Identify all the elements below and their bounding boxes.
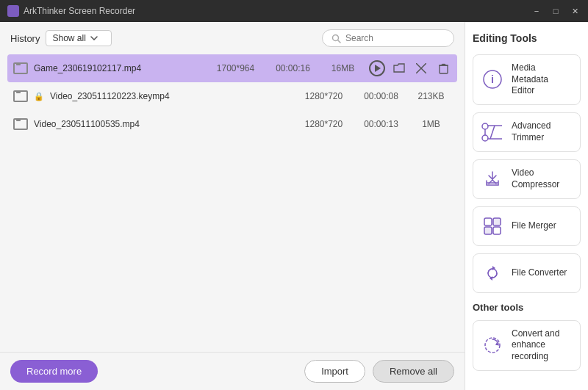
toolbar: History Show all — [0, 22, 465, 54]
svg-rect-21 — [484, 227, 492, 234]
svg-rect-18 — [484, 218, 492, 225]
app-title: ArkThinker Screen Recorder — [24, 6, 135, 16]
file-duration: 00:00:13 — [357, 119, 405, 129]
file-merger-icon — [481, 214, 504, 238]
chevron-down-icon — [90, 36, 98, 40]
file-size: 213KB — [411, 91, 451, 101]
file-converter-icon — [481, 261, 504, 285]
file-resolution: 1700*964 — [208, 63, 263, 73]
table-row[interactable]: Game_230619102117.mp41700*96400:00:1616M… — [7, 54, 457, 82]
tool-card-video-compressor[interactable]: Video Compressor — [473, 159, 581, 199]
main-layout: History Show all Game_230619102117.mp417… — [0, 22, 588, 390]
file-duration: 00:00:16 — [269, 63, 317, 73]
tool-card-convert-enhance[interactable]: Convert and enhance recording — [473, 320, 581, 371]
file-duration: 00:00:08 — [357, 91, 405, 101]
tool-card-file-converter[interactable]: File Converter — [473, 253, 581, 293]
tool-card-advanced-trimmer[interactable]: Advanced Trimmer — [473, 112, 581, 152]
file-icon — [13, 90, 28, 102]
search-input[interactable] — [345, 33, 445, 43]
media-metadata-icon: i — [481, 68, 504, 91]
file-size: 1MB — [411, 119, 451, 129]
close-button[interactable]: ✕ — [569, 5, 581, 17]
svg-point-12 — [482, 135, 488, 141]
editing-tools-title: Editing Tools — [473, 32, 581, 44]
file-list: Game_230619102117.mp41700*96400:00:1616M… — [0, 54, 465, 352]
svg-text:i: i — [491, 73, 494, 85]
app-icon — [7, 5, 19, 17]
record-more-button[interactable]: Record more — [10, 360, 98, 383]
maximize-button[interactable]: □ — [550, 5, 562, 17]
folder-icon — [393, 63, 405, 73]
delete-button[interactable] — [435, 60, 451, 76]
file-merger-label: File Merger — [512, 220, 556, 232]
history-label: History — [10, 33, 40, 44]
import-button[interactable]: Import — [304, 360, 365, 383]
svg-rect-19 — [493, 227, 501, 234]
file-icon — [13, 118, 28, 130]
title-bar: ArkThinker Screen Recorder − □ ✕ — [0, 0, 588, 22]
file-size: 16MB — [323, 63, 363, 73]
search-box — [322, 29, 454, 47]
bottom-bar: Record more Import Remove all — [0, 352, 465, 390]
title-controls: − □ ✕ — [531, 5, 581, 17]
table-row[interactable]: Video_230511100535.mp41280*72000:00:131M… — [7, 110, 457, 138]
convert-enhance-label: Convert and enhance recording — [512, 328, 573, 363]
play-icon — [375, 65, 381, 72]
tool-card-file-merger[interactable]: File Merger — [473, 206, 581, 246]
trash-icon — [439, 63, 448, 74]
svg-point-11 — [482, 123, 488, 129]
file-resolution: 1280*720 — [296, 91, 351, 101]
remove-all-button[interactable]: Remove all — [373, 360, 454, 383]
advanced-trimmer-icon — [481, 120, 504, 144]
cut-icon — [416, 63, 426, 73]
svg-line-6 — [442, 64, 442, 65]
svg-line-16 — [490, 126, 495, 139]
title-bar-left: ArkThinker Screen Recorder — [7, 5, 135, 17]
svg-rect-4 — [440, 65, 448, 73]
minimize-button[interactable]: − — [531, 5, 542, 17]
cut-button[interactable] — [413, 60, 429, 76]
convert-enhance-icon — [481, 333, 504, 357]
play-button[interactable] — [369, 60, 385, 76]
tool-card-media-metadata[interactable]: i Media Metadata Editor — [473, 54, 581, 105]
svg-line-1 — [338, 40, 341, 43]
left-panel: History Show all Game_230619102117.mp417… — [0, 22, 465, 390]
show-all-label: Show all — [52, 33, 85, 43]
other-tools-title: Other tools — [473, 302, 581, 313]
file-name: Video_230511100535.mp4 — [34, 119, 290, 129]
file-name: Video_230511120223.keymp4 — [50, 91, 290, 101]
file-icon — [13, 62, 28, 74]
svg-line-7 — [445, 64, 445, 65]
advanced-trimmer-label: Advanced Trimmer — [512, 120, 573, 143]
bottom-right: Import Remove all — [304, 360, 454, 383]
media-metadata-label: Media Metadata Editor — [512, 62, 573, 97]
file-actions — [369, 60, 451, 76]
video-compressor-icon — [481, 167, 504, 191]
table-row[interactable]: 🔒Video_230511120223.keymp41280*72000:00:… — [7, 82, 457, 110]
right-panel: Editing Tools i Media Metadata Editor — [465, 22, 588, 390]
show-all-dropdown[interactable]: Show all — [46, 30, 112, 46]
file-converter-label: File Converter — [512, 267, 567, 279]
lock-icon: 🔒 — [34, 92, 44, 101]
svg-rect-20 — [493, 218, 501, 225]
file-resolution: 1280*720 — [296, 119, 351, 129]
folder-button[interactable] — [391, 60, 407, 76]
video-compressor-label: Video Compressor — [512, 167, 573, 190]
file-name: Game_230619102117.mp4 — [34, 63, 202, 73]
search-icon — [331, 34, 341, 43]
